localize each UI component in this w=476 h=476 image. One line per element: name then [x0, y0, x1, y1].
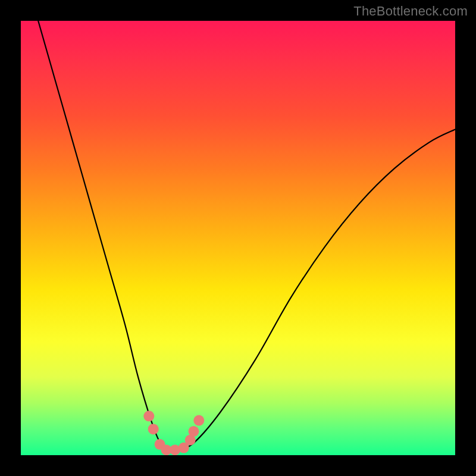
bottleneck-curve-path [38, 21, 455, 452]
marker-dot [189, 426, 199, 437]
watermark-text: TheBottleneck.com [353, 4, 468, 19]
marker-dot [193, 415, 204, 426]
plot-area [21, 21, 455, 455]
marker-dot [143, 411, 154, 421]
chart-svg [21, 21, 455, 455]
curve-layer [38, 21, 455, 452]
marker-dot [148, 424, 159, 434]
chart-frame: TheBottleneck.com [0, 0, 476, 476]
marker-layer [143, 411, 204, 455]
